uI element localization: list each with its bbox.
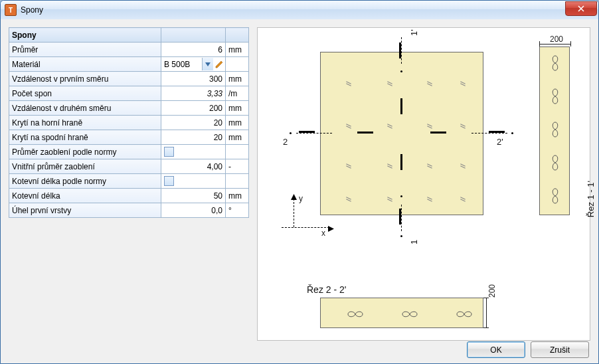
dim-line [486,298,487,328]
table-row: Krytí na spodní hraně20mm [9,130,249,145]
tie-mark [426,125,433,128]
prop-label: Vzdálenost v prvním směru [9,72,161,86]
section-2-left-tick [299,131,315,133]
stirrup-icon [401,310,418,319]
table-row: Úhel první vrstvy0,0° [9,203,249,218]
section-2-right-dash [471,133,507,134]
tie-mark [460,125,466,128]
dim-line [483,298,489,298]
tie-mark [460,198,466,201]
prop-value: 3,33 [161,86,226,101]
dot [400,195,402,197]
axis-x-label: x [321,228,325,238]
table-header: Spony [9,28,161,43]
table-row: Vzdálenost v druhém směru200mm [9,101,249,116]
tie-mark [345,125,352,128]
dot [400,70,402,72]
title-bar: T Spony [1,1,598,20]
table-header-blank [161,28,226,43]
tie-mark [386,82,393,85]
stirrup-icon [551,54,560,72]
window-title: Spony [21,5,565,15]
prop-unit: mm [226,130,249,145]
properties-table: SponyPrůměr6mmMateriálB 500BVzdálenost v… [9,27,249,218]
pencil-icon[interactable] [213,58,225,70]
ok-label: OK [490,345,501,355]
prop-unit: mm [226,72,249,86]
x-arrow-icon [328,225,334,234]
close-button[interactable] [565,1,597,16]
section-1-top-tick [399,43,401,58]
prop-unit: mm [226,43,249,57]
dim-line [539,44,571,45]
dialog-body: SponyPrůměr6mmMateriálB 500BVzdálenost v… [1,19,598,363]
section-2-left-dash [296,133,332,134]
prop-value[interactable]: 50 [161,189,226,203]
prop-label: Materiál [9,57,161,72]
mark-2: 2 [283,137,288,147]
stirrup-icon [551,154,560,171]
diagram: 1' 1 2 2' [258,28,590,340]
close-icon [578,5,584,12]
table-row: Vnitřní průměr zaoblení4,00- [9,159,249,174]
dim-line [483,327,489,328]
dot [290,132,292,134]
table-row: Kotevní délka podle normy [9,174,249,189]
prop-value[interactable]: B 500B [161,57,226,72]
section-1-bottom-dash [401,205,402,231]
cancel-label: Zrušit [550,345,570,355]
mark-2-prime: 2' [497,137,503,147]
mark-1: 1 [409,240,419,244]
prop-value[interactable]: 6 [161,43,226,57]
checkbox[interactable] [164,147,174,157]
tie-mark [386,165,393,167]
prop-value[interactable]: 20 [161,116,226,130]
dim-top: 200 [550,35,563,44]
prop-unit [226,174,249,189]
tie-mark [426,198,433,201]
section-h-label: Řez 2 - 2' [307,284,346,295]
prop-unit: - [226,159,249,174]
prop-label: Kotevní délka [9,189,161,203]
tie-mark [460,82,466,85]
tie-mark [345,82,352,85]
prop-value[interactable]: 200 [161,101,226,116]
prop-unit: ° [226,203,249,218]
dialog-window: T Spony SponyPrůměr6mmMateriálB 500BVzdá… [0,0,599,364]
prop-unit: mm [226,101,249,116]
prop-value[interactable]: 20 [161,130,226,145]
properties-panel: SponyPrůměr6mmMateriálB 500BVzdálenost v… [9,27,249,341]
ok-button[interactable]: OK [467,341,525,358]
tie-mark [386,125,393,128]
table-row: Počet spon3,33/m [9,86,249,101]
prop-value[interactable] [161,174,226,189]
prop-value[interactable]: 4,00 [161,159,226,174]
y-arrow-icon [291,193,297,202]
tie-mark [345,165,352,167]
center-tick [400,154,402,170]
stirrup-icon [551,121,560,138]
dim-side: 200 [487,284,497,298]
table-header-blank [226,28,249,43]
chevron-down-icon[interactable] [202,58,213,70]
prop-value[interactable]: 0,0 [161,203,226,218]
cancel-button[interactable]: Zrušit [531,341,589,358]
prop-label: Úhel první vrstvy [9,203,161,218]
prop-label: Průměr [9,43,161,57]
prop-value[interactable] [161,145,226,159]
table-row: Průměr6mm [9,43,249,57]
prop-label: Průměr zaoblení podle normy [9,145,161,159]
dim-line [570,41,571,46]
table-row: Kotevní délka50mm [9,189,249,203]
table-row: MateriálB 500B [9,57,249,72]
prop-value[interactable]: 300 [161,72,226,86]
table-row: Krytí na horní hraně20mm [9,116,249,130]
x-axis [282,227,329,228]
plan-view [320,52,483,215]
section-1-top-dash [401,37,402,64]
prop-label: Počet spon [9,86,161,101]
combo-text: B 500B [161,60,202,69]
prop-unit: /m [226,86,249,101]
section-2-right-tick [489,131,505,133]
checkbox[interactable] [164,176,174,186]
